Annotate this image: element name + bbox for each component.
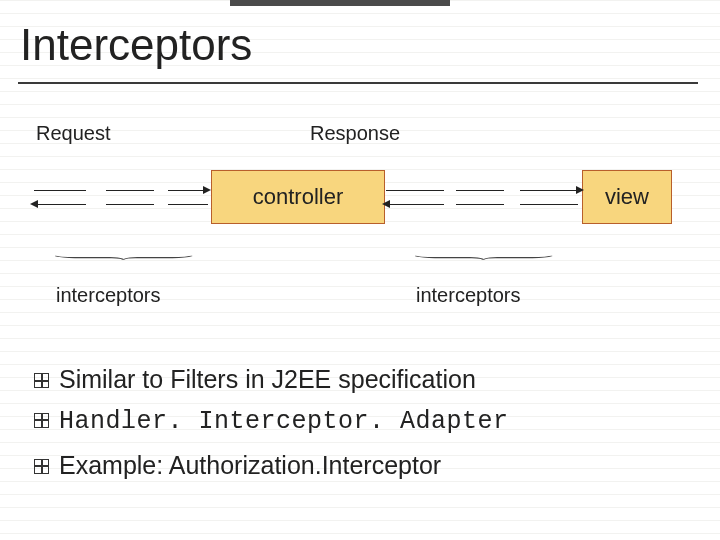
diamond-bullet-icon [34,373,49,388]
caption-interceptors-left: interceptors [56,284,161,307]
arrow-right-icon [203,186,211,194]
label-response: Response [310,122,400,145]
arrow-right-icon [576,186,584,194]
arrow-left-icon [382,200,390,208]
box-controller: controller [211,170,385,224]
brace-icon: ︸ [50,246,210,274]
label-request: Request [36,122,111,145]
flow-line [106,190,154,191]
flow-line [168,190,208,191]
arrow-left-icon [30,200,38,208]
flow-line [168,204,208,205]
diamond-bullet-icon [34,413,49,428]
flow-line [456,190,504,191]
flow-line [106,204,154,205]
slide-accent-bar [230,0,450,6]
flow-line [34,204,86,205]
bullet-item: Handler. Interceptor. Adapter [34,403,694,442]
flow-line [520,190,578,191]
title-underline [18,82,698,84]
bullet-text: Handler. Interceptor. Adapter [59,403,509,442]
flow-line [386,204,444,205]
flow-line [456,204,504,205]
flow-line [34,190,86,191]
bullet-item: Similar to Filters in J2EE specification [34,360,694,399]
brace-icon: ︸ [410,246,570,274]
flow-line [520,204,578,205]
slide-title: Interceptors [20,20,252,70]
bullet-item: Example: Authorization.Interceptor [34,446,694,485]
box-controller-text: controller [253,184,343,210]
bullet-list: Similar to Filters in J2EE specification… [34,360,694,488]
box-view-text: view [605,184,649,210]
diamond-bullet-icon [34,459,49,474]
flow-line [386,190,444,191]
bullet-text: Example: Authorization.Interceptor [59,446,441,485]
box-view: view [582,170,672,224]
caption-interceptors-right: interceptors [416,284,521,307]
bullet-text: Similar to Filters in J2EE specification [59,360,476,399]
